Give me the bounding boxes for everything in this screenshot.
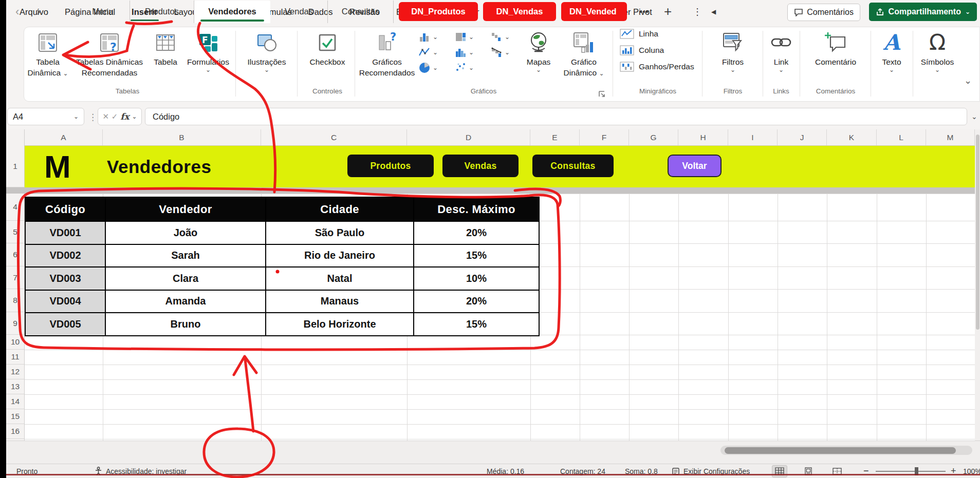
column-header-H[interactable]: H xyxy=(678,129,728,145)
text-button[interactable]: A Texto ⌄ xyxy=(874,29,910,73)
recommended-charts-button[interactable]: ? Gráficos Recomendados xyxy=(359,29,415,78)
prev-sheet-icon[interactable]: ‹ xyxy=(15,5,19,18)
sheet-tab-consultas[interactable]: Consultas xyxy=(328,1,394,23)
insert-pie-chart-button[interactable]: ⌄ xyxy=(418,62,438,74)
sheet-tab-dn_produtos[interactable]: DN_Produtos xyxy=(399,2,478,21)
checkbox-button[interactable]: Checkbox xyxy=(304,29,350,67)
sheet-tab-dn_vendas[interactable]: DN_Vendas xyxy=(483,2,556,21)
expand-formula-bar-icon[interactable]: ⌄ xyxy=(971,114,977,120)
column-header-B[interactable]: B xyxy=(103,129,261,145)
column-header-L[interactable]: L xyxy=(877,129,926,145)
column-header-K[interactable]: K xyxy=(827,129,877,145)
pivot-table-button[interactable]: Tabela Dinâmica ⌄ xyxy=(26,29,70,78)
table-cell[interactable]: VD003 xyxy=(25,267,105,290)
page-break-view-icon[interactable] xyxy=(829,465,845,477)
table-cell[interactable]: VD001 xyxy=(25,221,105,244)
maps-button[interactable]: Mapas ⌄ xyxy=(520,29,557,73)
sheet-tab-vendas[interactable]: Vendas xyxy=(270,1,328,23)
sheet-tab-produtos[interactable]: Produtos xyxy=(130,1,194,23)
display-settings-icon[interactable] xyxy=(672,464,680,478)
recommended-pivottables-button[interactable]: ? Tabelas Dinâmicas Recomendadas xyxy=(71,29,148,78)
row-header-6[interactable]: 6 xyxy=(6,243,24,266)
sheet-tab-vendedores[interactable]: Vendedores xyxy=(194,1,270,23)
symbols-button[interactable]: Ω Símbolos ⌄ xyxy=(915,29,960,73)
insert-hierarchy-chart-button[interactable]: ⌄ xyxy=(454,31,474,43)
column-header-M[interactable]: M xyxy=(926,129,975,145)
table-cell[interactable]: Rio de Janeiro xyxy=(266,244,414,267)
enter-icon[interactable]: ✓ xyxy=(112,112,118,121)
table-cell[interactable]: 20% xyxy=(414,221,539,244)
zoom-level[interactable]: 100% xyxy=(963,464,980,478)
sparkline-line-button[interactable]: Linha xyxy=(620,29,658,39)
nav-button-vendas[interactable]: Vendas xyxy=(442,155,519,177)
row-header-15[interactable]: 15 xyxy=(6,409,24,424)
table-cell[interactable]: Natal xyxy=(266,267,414,290)
page-layout-view-icon[interactable] xyxy=(801,465,816,477)
row-header-13[interactable]: 13 xyxy=(6,379,24,394)
name-box[interactable]: A4 ⌄ xyxy=(7,108,84,125)
row-header-8[interactable]: 8 xyxy=(6,289,24,312)
row-header-7[interactable]: 7 xyxy=(6,266,24,289)
column-header-J[interactable]: J xyxy=(778,129,827,145)
column-header-E[interactable]: E xyxy=(530,129,580,145)
new-sheet-button[interactable]: + xyxy=(664,0,672,23)
collapse-ribbon-icon[interactable]: ⌄ xyxy=(964,75,972,86)
column-header-C[interactable]: C xyxy=(261,129,407,145)
sheet-tab-menu[interactable]: Menu xyxy=(76,1,130,23)
table-cell[interactable]: Manaus xyxy=(266,290,414,313)
column-header-A[interactable]: A xyxy=(25,129,103,145)
next-sheet-icon[interactable]: › xyxy=(36,5,40,18)
column-header-D[interactable]: D xyxy=(407,129,530,145)
row-header-11[interactable]: 11 xyxy=(6,350,24,365)
normal-view-icon[interactable] xyxy=(772,465,787,477)
nav-button-consultas[interactable]: Consultas xyxy=(532,155,614,177)
row-header-14[interactable]: 14 xyxy=(6,394,24,409)
forms-button[interactable]: F Formulários ⌄ xyxy=(183,29,233,73)
row-header-10[interactable]: 10 xyxy=(6,335,24,350)
table-button[interactable]: Tabela xyxy=(150,29,181,67)
formula-input[interactable]: Código xyxy=(145,108,967,125)
vertical-scrollbar-thumb[interactable] xyxy=(976,135,979,330)
table-cell[interactable]: João xyxy=(105,221,266,244)
table-cell[interactable]: VD002 xyxy=(25,244,105,267)
illustrations-button[interactable]: Ilustrações ⌄ xyxy=(242,29,292,73)
table-cell[interactable]: VD005 xyxy=(25,313,105,336)
nav-button-produtos[interactable]: Produtos xyxy=(347,155,434,177)
sparkline-winloss-button[interactable]: Ganhos/Perdas xyxy=(620,62,694,72)
sparkline-column-button[interactable]: Coluna xyxy=(620,45,664,55)
tab-scroll-left-icon[interactable]: ◀ xyxy=(711,0,716,23)
table-cell[interactable]: 10% xyxy=(414,267,539,290)
row-header-9[interactable]: 9 xyxy=(6,312,24,335)
more-sheets-icon[interactable]: ••• xyxy=(639,0,649,23)
row-header-4[interactable]: 4 xyxy=(6,194,24,221)
insert-scatter-chart-button[interactable]: ⌄ xyxy=(454,62,474,74)
table-cell[interactable]: Clara xyxy=(105,267,266,290)
horizontal-scrollbar-thumb[interactable] xyxy=(725,447,956,454)
cancel-icon[interactable]: ✕ xyxy=(102,112,109,121)
table-cell[interactable]: 20% xyxy=(414,290,539,313)
row-header-16[interactable]: 16 xyxy=(6,424,24,439)
table-cell[interactable]: Bruno xyxy=(105,313,266,336)
sheet-tab-dn_vended[interactable]: DN_Vended xyxy=(561,2,627,21)
filters-button[interactable]: Filtros ⌄ xyxy=(708,29,757,73)
sheet-menu-icon[interactable]: ⋮ xyxy=(693,0,702,23)
insert-column-chart-button[interactable]: ⌄ xyxy=(418,31,438,43)
charts-dialog-launcher-icon[interactable] xyxy=(598,90,606,98)
zoom-out-icon[interactable]: − xyxy=(863,464,869,478)
share-button[interactable]: Compartilhamento ⌄ xyxy=(869,3,977,21)
accessibility-status[interactable]: Acessibilidade: investigar xyxy=(106,464,187,478)
table-cell[interactable]: VD004 xyxy=(25,290,105,313)
table-cell[interactable]: Sarah xyxy=(105,244,266,267)
insert-waterfall-chart-button[interactable]: ⌄ xyxy=(490,31,510,43)
table-cell[interactable]: São Paulo xyxy=(266,221,414,244)
zoom-slider-track[interactable] xyxy=(876,471,946,472)
formula-bar-grip-icon[interactable]: ⋮ xyxy=(88,112,97,123)
zoom-in-icon[interactable]: + xyxy=(951,464,956,478)
column-header-F[interactable]: F xyxy=(580,129,629,145)
back-button[interactable]: Voltar xyxy=(668,155,722,177)
insert-line-chart-button[interactable]: ⌄ xyxy=(418,46,438,59)
link-button[interactable]: Link ⌄ xyxy=(766,29,797,73)
insert-function-icon[interactable]: fx xyxy=(120,111,129,122)
comment-button[interactable]: Comentário xyxy=(804,29,867,67)
insert-statistic-chart-button[interactable]: ⌄ xyxy=(454,46,474,59)
